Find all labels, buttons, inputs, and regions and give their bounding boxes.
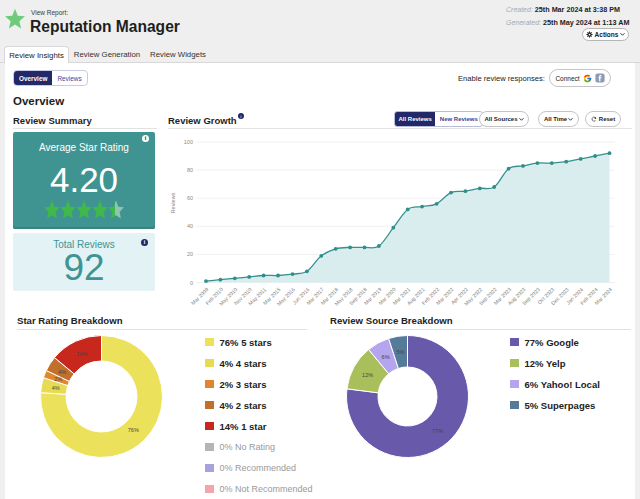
svg-text:60: 60 xyxy=(187,195,193,201)
svg-text:76%: 76% xyxy=(128,427,139,433)
svg-text:77%: 77% xyxy=(432,427,443,433)
svg-text:Reviews: Reviews xyxy=(170,192,176,213)
svg-text:20: 20 xyxy=(187,251,193,257)
svg-text:100: 100 xyxy=(184,139,193,145)
svg-text:40: 40 xyxy=(187,223,193,229)
svg-text:12%: 12% xyxy=(362,371,373,377)
svg-text:4%: 4% xyxy=(52,385,60,391)
svg-text:80: 80 xyxy=(187,167,193,173)
svg-text:5%: 5% xyxy=(396,348,404,354)
svg-text:0: 0 xyxy=(190,280,193,286)
svg-text:2%: 2% xyxy=(54,376,62,382)
svg-text:6%: 6% xyxy=(382,353,390,359)
svg-text:4%: 4% xyxy=(58,369,66,375)
svg-text:14%: 14% xyxy=(76,351,87,357)
